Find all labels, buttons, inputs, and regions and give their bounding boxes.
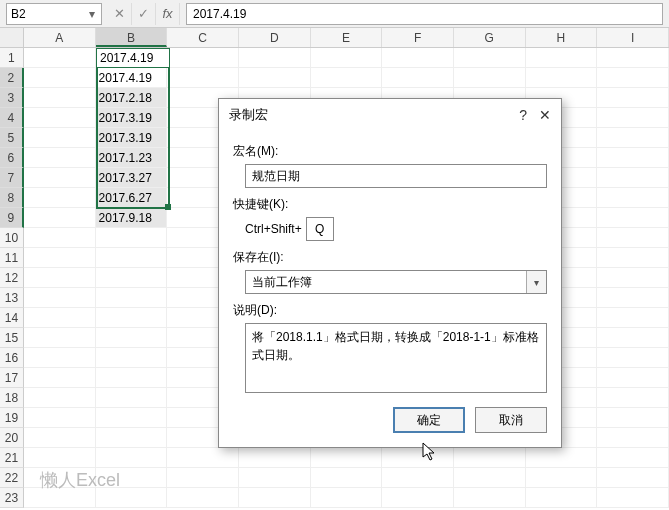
cell[interactable] [454,488,526,508]
cell[interactable] [96,308,168,328]
cell[interactable] [597,48,669,68]
cell[interactable] [526,68,598,88]
macro-name-input[interactable] [245,164,547,188]
cell[interactable] [382,468,454,488]
cell[interactable] [96,248,168,268]
row-header[interactable]: 11 [0,248,24,268]
cell[interactable]: 2017.3.27 [96,168,168,188]
cell[interactable] [239,448,311,468]
cell[interactable] [382,488,454,508]
cell[interactable] [24,408,96,428]
cell[interactable] [597,368,669,388]
row-header[interactable]: 12 [0,268,24,288]
cell[interactable] [24,348,96,368]
cell[interactable] [24,368,96,388]
cell[interactable] [96,388,168,408]
row-header[interactable]: 13 [0,288,24,308]
row-header[interactable]: 4 [0,108,24,128]
cell[interactable] [597,188,669,208]
cell[interactable] [239,488,311,508]
cell[interactable] [96,428,168,448]
cell[interactable] [454,68,526,88]
cell[interactable] [597,308,669,328]
cell[interactable] [597,148,669,168]
cell[interactable] [382,48,454,68]
cell[interactable] [597,408,669,428]
help-icon[interactable]: ? [519,107,527,123]
cell[interactable] [526,48,598,68]
cell[interactable]: 2017.9.18 [96,208,168,228]
cell[interactable] [24,388,96,408]
column-header[interactable]: I [597,28,669,47]
cell[interactable] [96,268,168,288]
cell[interactable] [24,88,96,108]
row-header[interactable]: 9 [0,208,24,228]
row-header[interactable]: 20 [0,428,24,448]
description-textarea[interactable]: 将「2018.1.1」格式日期，转换成「2018-1-1」标准格式日期。 [245,323,547,393]
cell[interactable] [96,448,168,468]
cell[interactable] [24,428,96,448]
cell[interactable] [167,468,239,488]
cancel-button[interactable]: 取消 [475,407,547,433]
dialog-titlebar[interactable]: 录制宏 ? ✕ [219,99,561,131]
column-header[interactable]: B [96,28,168,47]
cell[interactable] [597,168,669,188]
column-header[interactable]: D [239,28,311,47]
cell[interactable]: 2017.3.19 [96,108,168,128]
row-header[interactable]: 19 [0,408,24,428]
active-cell[interactable]: 2017.4.19 [96,48,170,68]
cell[interactable] [597,208,669,228]
cell[interactable] [24,148,96,168]
row-header[interactable]: 23 [0,488,24,508]
row-header[interactable]: 22 [0,468,24,488]
cell[interactable] [597,348,669,368]
cell[interactable] [597,288,669,308]
row-header[interactable]: 1 [0,48,24,68]
cell[interactable] [24,48,96,68]
cell[interactable] [24,308,96,328]
cell[interactable] [597,68,669,88]
cell[interactable]: 2017.4.19 [96,68,168,88]
cell[interactable] [597,88,669,108]
column-header[interactable]: E [311,28,383,47]
cell[interactable] [526,488,598,508]
cell[interactable] [24,248,96,268]
confirm-icon[interactable]: ✓ [132,3,156,25]
cell[interactable] [167,68,239,88]
chevron-down-icon[interactable]: ▾ [526,271,546,293]
cell[interactable] [24,188,96,208]
cell[interactable] [167,488,239,508]
cell[interactable] [239,468,311,488]
cell[interactable] [96,228,168,248]
row-header[interactable]: 14 [0,308,24,328]
cell[interactable] [96,288,168,308]
row-header[interactable]: 7 [0,168,24,188]
cell[interactable] [167,48,239,68]
cancel-icon[interactable]: ✕ [108,3,132,25]
row-header[interactable]: 2 [0,68,24,88]
cell[interactable] [239,48,311,68]
cell[interactable] [311,488,383,508]
cell[interactable] [597,128,669,148]
row-header[interactable]: 5 [0,128,24,148]
row-header[interactable]: 16 [0,348,24,368]
cell[interactable] [96,348,168,368]
row-header[interactable]: 3 [0,88,24,108]
select-all-corner[interactable] [0,28,24,47]
row-header[interactable]: 8 [0,188,24,208]
cell[interactable]: 2017.1.23 [96,148,168,168]
close-icon[interactable]: ✕ [539,107,551,123]
cell[interactable] [96,408,168,428]
row-header[interactable]: 18 [0,388,24,408]
cell[interactable] [24,228,96,248]
cell[interactable] [597,248,669,268]
cell[interactable] [597,488,669,508]
ok-button[interactable]: 确定 [393,407,465,433]
cell[interactable] [597,448,669,468]
cell[interactable] [454,448,526,468]
column-header[interactable]: F [382,28,454,47]
cell[interactable] [526,468,598,488]
cell[interactable] [24,128,96,148]
cell[interactable] [24,208,96,228]
row-header[interactable]: 10 [0,228,24,248]
